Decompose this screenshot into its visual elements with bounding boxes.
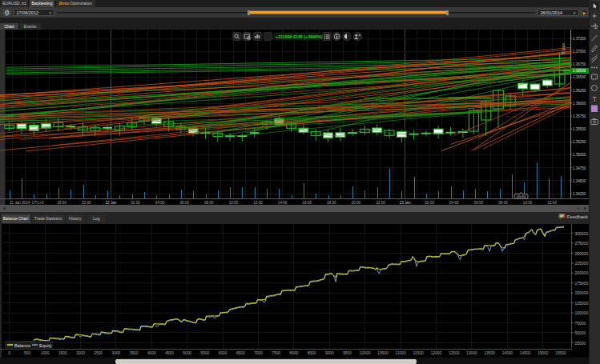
svg-text:50 pips: 50 pips (562, 42, 566, 54)
svg-text:25000: 25000 (575, 341, 586, 346)
svg-text:1.34500: 1.34500 (573, 179, 586, 183)
svg-text:22 Jan: 22 Jan (106, 201, 117, 205)
svg-text:08:00: 08:00 (498, 201, 508, 205)
svg-text:22:00: 22:00 (82, 201, 91, 205)
svg-text:1.34750: 1.34750 (573, 166, 586, 170)
svg-text:00:00: 00:00 (517, 194, 526, 198)
svg-text:5500: 5500 (201, 351, 210, 355)
svg-text:13500: 13500 (484, 351, 495, 355)
svg-text:250000: 250000 (575, 251, 589, 256)
svg-text:275000: 275000 (575, 241, 589, 246)
svg-text:6000: 6000 (219, 351, 228, 355)
svg-text:10:00: 10:00 (229, 201, 239, 205)
svg-text:14500: 14500 (520, 351, 531, 355)
svg-text:10000: 10000 (360, 351, 371, 355)
svg-text:6500: 6500 (236, 351, 245, 355)
svg-text:04:00: 04:00 (449, 201, 459, 205)
svg-text:15000: 15000 (538, 351, 549, 355)
svg-text:75000: 75000 (575, 321, 586, 326)
svg-text:12000: 12000 (431, 351, 442, 355)
svg-text:20:00: 20:00 (57, 201, 66, 205)
svg-text:1.35000: 1.35000 (573, 153, 586, 157)
svg-text:1.35250: 1.35250 (573, 140, 586, 144)
svg-text:1.35750: 1.35750 (573, 114, 586, 118)
svg-text:200000: 200000 (575, 270, 589, 275)
svg-text:11000: 11000 (396, 351, 406, 355)
svg-text:3500: 3500 (130, 351, 139, 355)
svg-text:20:00: 20:00 (352, 201, 361, 205)
svg-text:12:00: 12:00 (547, 201, 557, 205)
svg-text:02:00: 02:00 (131, 201, 140, 205)
svg-text:4500: 4500 (165, 351, 174, 355)
svg-text:0: 0 (8, 351, 10, 355)
svg-text:22:00: 22:00 (376, 201, 385, 205)
svg-text:1.36000: 1.36000 (573, 102, 586, 106)
svg-text:14000: 14000 (502, 351, 513, 355)
svg-text:1.35500: 1.35500 (573, 127, 586, 131)
svg-text:08:00: 08:00 (204, 201, 214, 205)
svg-text:175000: 175000 (575, 281, 589, 286)
svg-text:500: 500 (24, 351, 30, 355)
svg-text:10:00: 10:00 (523, 201, 533, 205)
svg-text:16:00: 16:00 (302, 201, 312, 205)
svg-text:4000: 4000 (147, 351, 156, 355)
svg-text:10500: 10500 (377, 351, 389, 355)
svg-text:04:00: 04:00 (155, 201, 165, 205)
svg-text:5000: 5000 (183, 351, 191, 355)
svg-text:12500: 12500 (449, 351, 460, 355)
svg-text:Equity: Equity (39, 343, 52, 348)
svg-text:1.36638: 1.36638 (573, 69, 586, 73)
svg-text:14:00: 14:00 (278, 201, 288, 205)
svg-text:1.36500: 1.36500 (573, 75, 586, 79)
svg-text:T: T (592, 95, 596, 103)
svg-text:50000: 50000 (575, 330, 586, 335)
svg-text:13000: 13000 (466, 351, 477, 355)
svg-text:225000: 225000 (575, 261, 589, 266)
svg-text:+311696 EUR (+3896%): +311696 EUR (+3896%) (276, 34, 323, 39)
svg-text:1.37250: 1.37250 (573, 37, 586, 41)
svg-text:7000: 7000 (254, 351, 263, 355)
svg-text:1.36250: 1.36250 (573, 89, 586, 93)
svg-text:125000: 125000 (575, 301, 589, 306)
svg-text:100000: 100000 (575, 310, 589, 315)
svg-text:9500: 9500 (343, 351, 352, 355)
svg-text:02:00: 02:00 (425, 201, 434, 205)
svg-text:2000: 2000 (76, 351, 85, 355)
svg-text:3000: 3000 (112, 351, 121, 355)
svg-text:Balance: Balance (14, 343, 30, 348)
svg-text:300000: 300000 (575, 231, 589, 236)
svg-text:1.34250: 1.34250 (573, 192, 586, 196)
svg-text:06:00: 06:00 (474, 201, 484, 205)
svg-text:1.36750: 1.36750 (573, 62, 586, 66)
svg-text:15500: 15500 (555, 351, 566, 355)
svg-text:1.37000: 1.37000 (573, 50, 586, 54)
svg-text:9000: 9000 (325, 351, 334, 355)
svg-text:150000: 150000 (575, 290, 589, 295)
svg-text:2500: 2500 (94, 351, 103, 355)
svg-text:21 Jan 2014, UTC+0: 21 Jan 2014, UTC+0 (10, 201, 44, 205)
svg-text:7500: 7500 (272, 351, 280, 355)
svg-text:8500: 8500 (308, 351, 316, 355)
svg-text:06:00: 06:00 (179, 201, 189, 205)
svg-text:18:00: 18:00 (327, 201, 336, 205)
svg-text:23 Jan: 23 Jan (400, 201, 411, 205)
svg-text:12:00: 12:00 (253, 201, 263, 205)
svg-text:1000: 1000 (41, 351, 50, 355)
svg-text:8000: 8000 (290, 351, 299, 355)
svg-text:11500: 11500 (413, 351, 424, 355)
svg-text:1500: 1500 (58, 351, 67, 355)
